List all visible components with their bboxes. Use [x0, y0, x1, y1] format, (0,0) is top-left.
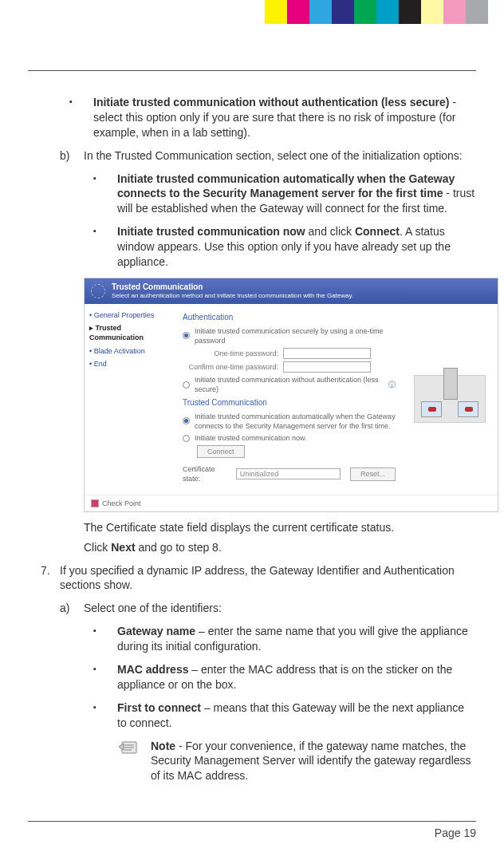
- note-box: Note - For your convenience, if the gate…: [117, 739, 476, 784]
- otp-label: One-time password:: [183, 349, 278, 358]
- letter-marker: a): [60, 601, 69, 616]
- bullet-bold: First to connect: [117, 701, 201, 714]
- network-illustration-icon: [414, 375, 486, 423]
- tc-section-title: Trusted Communication: [183, 397, 396, 408]
- radio-noauth[interactable]: [183, 381, 190, 389]
- top-bullet-list: Initiate trusted communication without a…: [60, 95, 476, 140]
- list-item: Gateway name – enter the same name that …: [108, 624, 476, 654]
- logo-icon: [91, 499, 99, 507]
- bullet-bold: Gateway name: [117, 625, 195, 637]
- step7-a-text: Select one of the identifiers:: [84, 602, 222, 614]
- radio-auto[interactable]: [183, 417, 190, 424]
- list-item: First to connect – means that this Gatew…: [108, 700, 476, 731]
- step7-text: If you specified a dynamic IP address, t…: [60, 564, 455, 592]
- gui-header-sub: Select an authentication method and init…: [112, 292, 353, 301]
- radio-noauth-label: Initiate trusted communication without a…: [195, 375, 384, 394]
- step7-a: a) Select one of the identifiers: Gatewa…: [60, 601, 476, 783]
- list-item: MAC address – enter the MAC address that…: [108, 662, 476, 692]
- top-rule: [28, 70, 476, 71]
- gear-icon: [91, 284, 105, 298]
- confirm-otp-input[interactable]: [283, 361, 371, 373]
- letter-marker: b): [60, 148, 69, 164]
- click-next-paragraph: Click Next and go to step 8.: [84, 540, 476, 555]
- bullet-bold: Initiate trusted communication without a…: [93, 96, 450, 108]
- gui-illustration: [402, 304, 498, 494]
- gui-header-title: Trusted Communication: [112, 282, 353, 293]
- reset-button[interactable]: Reset...: [350, 468, 396, 480]
- cert-state-value: Uninitialized: [236, 468, 341, 479]
- logo-text: Check Point: [102, 499, 141, 508]
- bullet-bold: Initiate trusted communication now: [117, 225, 305, 238]
- page-number: Page 19: [28, 827, 476, 839]
- radio-now-label: Initiate trusted communication now.: [195, 433, 307, 443]
- cert-state-label: Certificate state:: [183, 464, 231, 483]
- step-marker: 7.: [41, 563, 50, 578]
- checkpoint-logo: Check Point: [91, 499, 141, 508]
- bullet-bold: Initiate trusted communication automatic…: [117, 172, 455, 200]
- gui-nav: General Properties ▸ Trusted Communicati…: [85, 304, 176, 494]
- page-footer: Page 19: [28, 821, 476, 839]
- bullet-bold2: Connect: [355, 225, 400, 238]
- radio-otp[interactable]: [183, 332, 190, 339]
- gui-footer: Check Point: [85, 495, 498, 511]
- bullet-bold: MAC address: [117, 663, 188, 676]
- auth-section-title: Authentication: [183, 312, 396, 323]
- note-icon: [117, 739, 140, 758]
- confirm-otp-label: Confirm one-time password:: [183, 362, 278, 372]
- note-text: Note - For your convenience, if the gate…: [151, 739, 476, 784]
- list-item: Initiate trusted communication without a…: [84, 95, 476, 140]
- nav-blade[interactable]: Blade Activation: [89, 346, 171, 356]
- list-item-b: b) In the Trusted Communication section,…: [60, 148, 476, 555]
- list-item: Initiate trusted communication automatic…: [108, 172, 476, 217]
- gui-screenshot: Trusted Communication Select an authenti…: [84, 278, 498, 512]
- info-icon: ⓘ: [388, 380, 396, 389]
- radio-now[interactable]: [183, 435, 190, 442]
- letter-list: b) In the Trusted Communication section,…: [60, 148, 476, 555]
- letter-b-bullets: Initiate trusted communication automatic…: [84, 172, 476, 270]
- step-7: 7. If you specified a dynamic IP address…: [41, 563, 476, 784]
- nav-end[interactable]: End: [89, 359, 171, 369]
- step7-letters: a) Select one of the identifiers: Gatewa…: [60, 601, 476, 783]
- letter-b-text: In the Trusted Communication section, se…: [84, 149, 463, 162]
- connect-button[interactable]: Connect: [197, 445, 245, 458]
- nav-general[interactable]: General Properties: [89, 310, 171, 320]
- list-item: Initiate trusted communication now and c…: [108, 224, 476, 270]
- radio-otp-label: Initiate trusted communication securely …: [195, 326, 396, 345]
- gui-main: Authentication Initiate trusted communic…: [176, 304, 402, 494]
- cert-state-paragraph: The Certificate state field displays the…: [84, 520, 476, 535]
- step7-a-bullets: Gateway name – enter the same name that …: [84, 624, 476, 730]
- bullet-mid: and click: [305, 225, 355, 238]
- footer-rule: [28, 821, 476, 822]
- gui-header: Trusted Communication Select an authenti…: [85, 278, 498, 304]
- nav-trusted[interactable]: ▸ Trusted Communication: [89, 323, 171, 342]
- radio-auto-label: Initiate trusted communication automatic…: [195, 412, 396, 431]
- otp-input[interactable]: [283, 348, 371, 359]
- numbered-list: 7. If you specified a dynamic IP address…: [41, 563, 476, 784]
- color-bar: [265, 0, 488, 24]
